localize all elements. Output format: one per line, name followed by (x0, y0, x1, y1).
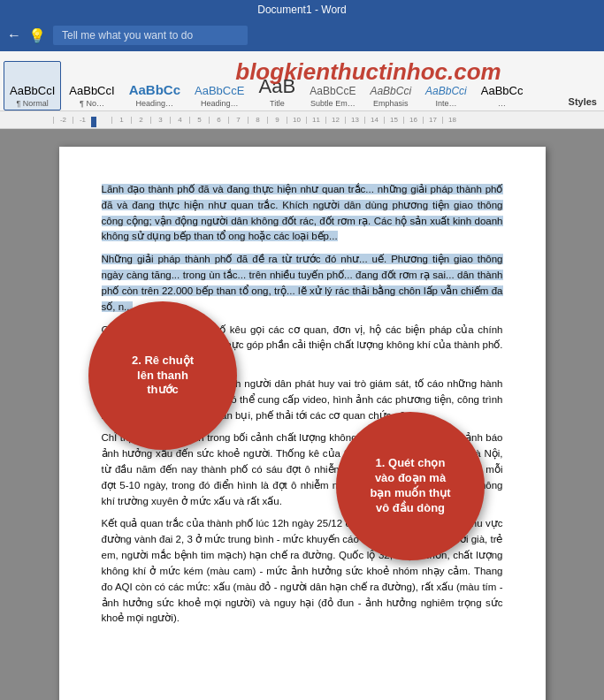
style-heading2[interactable]: AaBbCcE Heading… (188, 61, 250, 110)
selected-text-1: Lãnh đạo thành phố đã và đang thực hiện … (102, 184, 503, 241)
callout-bubble-1: 1. Quét chọn vào đoạn mà bạn muốn thụt v… (336, 412, 485, 560)
styles-container: AaBbCcI ¶ Normal AaBbCcI ¶ No… AaBbCc He… (4, 55, 604, 110)
style-normal[interactable]: AaBbCcI ¶ Normal (4, 61, 61, 110)
callout-bubble-2: 2. Rê chuột lên thanh thước (88, 301, 237, 450)
style-emphasis[interactable]: AaBbCci Emphasis (363, 61, 417, 110)
toolbar: ← 💡 (0, 19, 604, 51)
style-extra[interactable]: AaBbCc … (475, 61, 530, 110)
styles-label: Styles (569, 96, 597, 107)
lightbulb-icon[interactable]: 💡 (28, 27, 46, 44)
search-input[interactable] (53, 26, 248, 45)
styles-bar: AaBbCcI ¶ Normal AaBbCcI ¶ No… AaBbCc He… (0, 51, 604, 111)
style-no-spacing[interactable]: AaBbCcI ¶ No… (63, 61, 120, 110)
style-subtle-em[interactable]: AaBbCcE Subtle Em… (303, 61, 362, 110)
style-heading1[interactable]: AaBbCc Heading… (123, 61, 187, 110)
paragraph-1: Lãnh đạo thành phố đã và đang thực hiện … (102, 182, 503, 245)
style-intense[interactable]: AaBbCci Inte… (419, 61, 473, 110)
bubble-2-text: 2. Rê chuột lên thanh thước (123, 345, 203, 407)
back-icon[interactable]: ← (7, 27, 21, 43)
style-title[interactable]: AaB Title (252, 61, 302, 110)
ruler-marks: -2 -1 1 2 3 4 5 6 7 8 9 10 11 12 13 14 1… (53, 117, 462, 124)
title-text: Document1 - Word (257, 4, 346, 16)
bubble-1-text: 1. Quét chọn vào đoạn mà bạn muốn thụt v… (361, 447, 459, 525)
title-bar: Document1 - Word (0, 0, 604, 19)
document-area[interactable]: Lãnh đạo thành phố đã và đang thực hiện … (0, 129, 604, 700)
ruler: -2 -1 1 2 3 4 5 6 7 8 9 10 11 12 13 14 1… (0, 111, 604, 129)
